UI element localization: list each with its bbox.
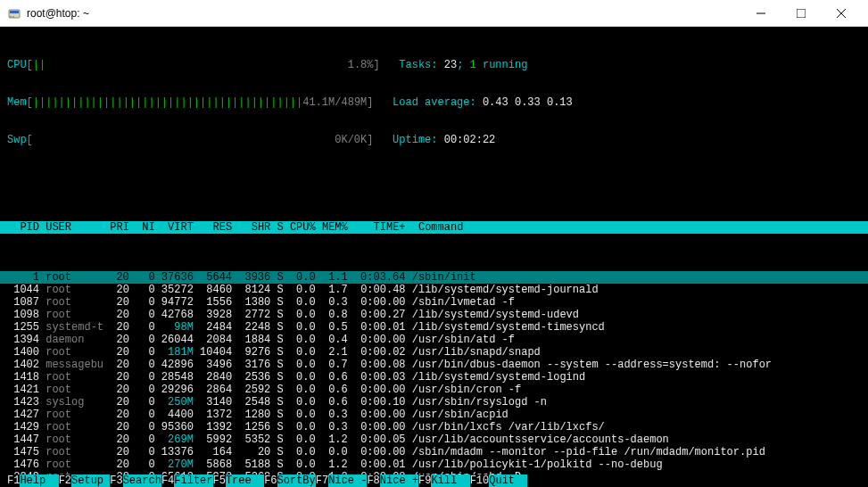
function-key-bar: F1Help F2Setup F3SearchF4FilterF5Tree F6… bbox=[0, 475, 868, 487]
process-row[interactable]: 1475 root 20 0 13376 164 20 S 0.0 0.0 0:… bbox=[0, 446, 868, 458]
process-row[interactable]: 1044 root 20 0 35272 8460 8124 S 0.0 1.7… bbox=[0, 284, 868, 296]
fkey-label[interactable]: Nice + bbox=[380, 475, 418, 487]
close-button[interactable] bbox=[821, 0, 861, 27]
fkey-F7[interactable]: F7 bbox=[316, 475, 328, 487]
process-row[interactable]: 1394 daemon 20 0 26044 2084 1884 S 0.0 0… bbox=[0, 334, 868, 346]
fkey-label[interactable]: Quit bbox=[489, 475, 527, 487]
fkey-label[interactable]: Kill bbox=[431, 475, 469, 487]
col-virt[interactable]: VIRT bbox=[161, 221, 194, 234]
col-mem[interactable]: MEM% bbox=[322, 221, 348, 234]
process-row[interactable]: 1423 syslog 20 0 250M 3140 2548 S 0.0 0.… bbox=[0, 396, 868, 409]
col-command[interactable]: Command bbox=[418, 221, 463, 234]
fkey-label[interactable]: Filter bbox=[174, 475, 212, 487]
fkey-F5[interactable]: F5 bbox=[213, 475, 226, 487]
col-s[interactable]: S bbox=[277, 221, 284, 234]
fkey-F9[interactable]: F9 bbox=[418, 475, 431, 487]
process-row[interactable]: 1418 root 20 0 28548 2840 2536 S 0.0 0.6… bbox=[0, 371, 868, 384]
fkey-label[interactable]: Setup bbox=[71, 475, 110, 487]
col-user[interactable]: USER bbox=[45, 221, 103, 234]
process-table-header[interactable]: PID USER PRI NI VIRT RES SHR S CPU% MEM%… bbox=[0, 221, 868, 234]
fkey-F2[interactable]: F2 bbox=[59, 475, 71, 487]
process-row[interactable]: 1447 root 20 0 269M 5992 5352 S 0.0 1.2 … bbox=[0, 433, 868, 446]
window-title: root@htop: ~ bbox=[27, 7, 740, 20]
svg-point-2 bbox=[10, 16, 12, 18]
col-shr[interactable]: SHR bbox=[238, 221, 270, 234]
process-table-body: 1 root 20 0 37636 5644 3936 S 0.0 1.1 0:… bbox=[0, 271, 868, 487]
fkey-F8[interactable]: F8 bbox=[367, 475, 379, 487]
app-icon bbox=[7, 6, 21, 21]
window-titlebar: root@htop: ~ bbox=[0, 0, 868, 27]
swp-meter: Swp[ 0K/0K] Uptime: 00:02:22 bbox=[0, 134, 868, 146]
process-row[interactable]: 1476 root 20 0 270M 5868 5188 S 0.0 1.2 … bbox=[0, 458, 868, 471]
svg-rect-1 bbox=[10, 11, 19, 13]
process-row[interactable]: 1402 messagebu 20 0 42896 3496 3176 S 0.… bbox=[0, 359, 868, 371]
cpu-meter: CPU[|| 1.8%] Tasks: 23; 1 running bbox=[0, 59, 868, 71]
process-row[interactable]: 1400 root 20 0 181M 10404 9276 S 0.0 2.1… bbox=[0, 346, 868, 359]
fkey-F4[interactable]: F4 bbox=[161, 475, 174, 487]
col-cpu[interactable]: CPU% bbox=[290, 221, 316, 234]
col-ni[interactable]: NI bbox=[136, 221, 155, 234]
col-pid[interactable]: PID bbox=[7, 221, 39, 234]
blank-line bbox=[0, 171, 868, 184]
fkey-label[interactable]: Tree bbox=[226, 475, 264, 487]
fkey-label[interactable]: SortBy bbox=[277, 475, 316, 487]
col-time[interactable]: TIME+ bbox=[354, 221, 406, 234]
fkey-F10[interactable]: F10 bbox=[470, 475, 490, 487]
fkey-F3[interactable]: F3 bbox=[110, 475, 122, 487]
col-res[interactable]: RES bbox=[200, 221, 232, 234]
col-pri[interactable]: PRI bbox=[110, 221, 129, 234]
process-row[interactable]: 1255 systemd-t 20 0 98M 2484 2248 S 0.0 … bbox=[0, 321, 868, 334]
process-row[interactable]: 1098 root 20 0 42768 3928 2772 S 0.0 0.8… bbox=[0, 309, 868, 321]
process-row[interactable]: 1429 root 20 0 95360 1392 1256 S 0.0 0.3… bbox=[0, 421, 868, 433]
maximize-button[interactable] bbox=[781, 0, 821, 27]
fkey-label[interactable]: Help bbox=[20, 475, 58, 487]
terminal-area[interactable]: CPU[|| 1.8%] Tasks: 23; 1 running Mem[||… bbox=[0, 27, 868, 487]
mem-meter: Mem[||||||||||||||||||||||||||||||||||||… bbox=[0, 96, 868, 109]
svg-point-3 bbox=[12, 16, 14, 18]
process-row[interactable]: 1087 root 20 0 94772 1556 1380 S 0.0 0.3… bbox=[0, 296, 868, 309]
minimize-button[interactable] bbox=[740, 0, 781, 27]
svg-rect-5 bbox=[797, 9, 806, 18]
process-row[interactable]: 1427 root 20 0 4400 1372 1280 S 0.0 0.3 … bbox=[0, 409, 868, 421]
fkey-F6[interactable]: F6 bbox=[264, 475, 277, 487]
process-row[interactable]: 1 root 20 0 37636 5644 3936 S 0.0 1.1 0:… bbox=[0, 271, 868, 284]
process-row[interactable]: 1421 root 20 0 29296 2864 2592 S 0.0 0.6… bbox=[0, 384, 868, 396]
fkey-label[interactable]: Nice - bbox=[328, 475, 367, 487]
fkey-label[interactable]: Search bbox=[123, 475, 161, 487]
fkey-F1[interactable]: F1 bbox=[7, 475, 20, 487]
